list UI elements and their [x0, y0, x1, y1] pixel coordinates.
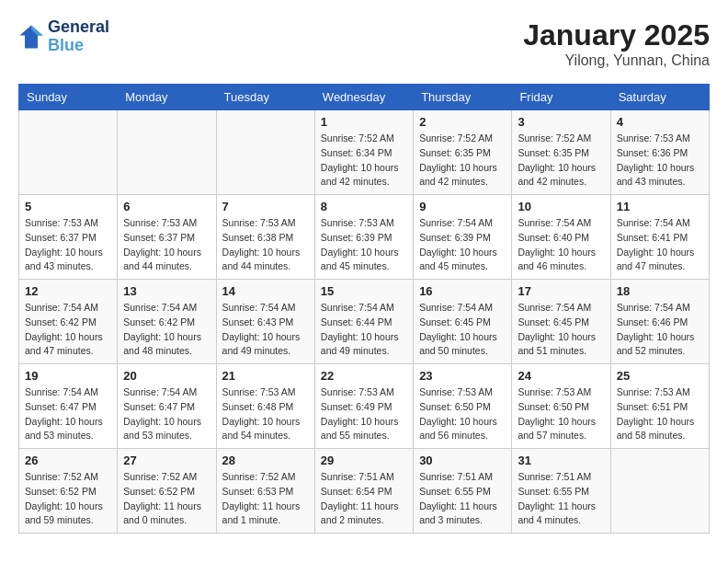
day-info: Sunrise: 7:51 AMSunset: 6:55 PMDaylight:…: [518, 470, 604, 528]
day-header-monday: Monday: [118, 85, 216, 110]
week-row-3: 12Sunrise: 7:54 AMSunset: 6:42 PMDayligh…: [19, 280, 710, 364]
day-header-saturday: Saturday: [610, 85, 709, 110]
calendar-cell: 23Sunrise: 7:53 AMSunset: 6:50 PMDayligh…: [414, 364, 512, 449]
day-number: 2: [419, 115, 506, 129]
day-number: 29: [321, 454, 407, 467]
day-info: Sunrise: 7:54 AMSunset: 6:44 PMDaylight:…: [321, 301, 407, 359]
day-number: 20: [123, 369, 210, 383]
day-info: Sunrise: 7:54 AMSunset: 6:45 PMDaylight:…: [518, 301, 604, 359]
day-number: 19: [25, 369, 111, 383]
calendar-cell: 22Sunrise: 7:53 AMSunset: 6:49 PMDayligh…: [314, 364, 413, 449]
calendar-cell: 29Sunrise: 7:51 AMSunset: 6:54 PMDayligh…: [314, 449, 413, 534]
day-info: Sunrise: 7:53 AMSunset: 6:38 PMDaylight:…: [222, 216, 309, 274]
day-info: Sunrise: 7:53 AMSunset: 6:36 PMDaylight:…: [617, 132, 703, 190]
calendar-cell: [610, 449, 709, 534]
calendar-cell: 13Sunrise: 7:54 AMSunset: 6:42 PMDayligh…: [118, 280, 216, 364]
day-number: 31: [518, 454, 604, 467]
day-number: 14: [222, 284, 309, 298]
day-info: Sunrise: 7:54 AMSunset: 6:42 PMDaylight:…: [25, 301, 111, 359]
calendar-cell: 15Sunrise: 7:54 AMSunset: 6:44 PMDayligh…: [314, 280, 413, 364]
day-number: 27: [123, 454, 210, 467]
title-block: January 2025 Yilong, Yunnan, China: [523, 18, 710, 69]
days-header-row: SundayMondayTuesdayWednesdayThursdayFrid…: [19, 85, 710, 110]
day-info: Sunrise: 7:51 AMSunset: 6:54 PMDaylight:…: [321, 470, 407, 528]
page-header: GeneralBlue January 2025 Yilong, Yunnan,…: [18, 18, 710, 69]
day-number: 12: [25, 284, 111, 298]
day-number: 4: [617, 115, 703, 129]
calendar-subtitle: Yilong, Yunnan, China: [523, 52, 710, 69]
calendar-cell: 31Sunrise: 7:51 AMSunset: 6:55 PMDayligh…: [512, 449, 610, 534]
calendar-cell: 10Sunrise: 7:54 AMSunset: 6:40 PMDayligh…: [512, 195, 610, 280]
calendar-cell: 27Sunrise: 7:52 AMSunset: 6:52 PMDayligh…: [118, 449, 216, 534]
day-header-wednesday: Wednesday: [314, 85, 413, 110]
day-header-thursday: Thursday: [414, 85, 512, 110]
calendar-cell: 30Sunrise: 7:51 AMSunset: 6:55 PMDayligh…: [414, 449, 512, 534]
calendar-cell: [118, 110, 216, 195]
day-header-sunday: Sunday: [19, 85, 118, 110]
day-info: Sunrise: 7:52 AMSunset: 6:53 PMDaylight:…: [222, 470, 309, 528]
week-row-2: 5Sunrise: 7:53 AMSunset: 6:37 PMDaylight…: [19, 195, 710, 280]
day-number: 1: [321, 115, 407, 129]
day-info: Sunrise: 7:52 AMSunset: 6:34 PMDaylight:…: [321, 132, 407, 190]
week-row-1: 1Sunrise: 7:52 AMSunset: 6:34 PMDaylight…: [19, 110, 710, 195]
calendar-title: January 2025: [523, 18, 710, 52]
day-info: Sunrise: 7:54 AMSunset: 6:40 PMDaylight:…: [518, 216, 604, 274]
day-info: Sunrise: 7:54 AMSunset: 6:46 PMDaylight:…: [617, 301, 703, 359]
day-number: 8: [321, 200, 407, 213]
day-number: 10: [518, 200, 604, 213]
day-number: 21: [222, 369, 309, 383]
day-info: Sunrise: 7:53 AMSunset: 6:48 PMDaylight:…: [222, 385, 309, 443]
day-header-friday: Friday: [512, 85, 610, 110]
day-info: Sunrise: 7:54 AMSunset: 6:45 PMDaylight:…: [419, 301, 506, 359]
day-number: 7: [222, 200, 309, 213]
calendar-cell: 14Sunrise: 7:54 AMSunset: 6:43 PMDayligh…: [216, 280, 314, 364]
day-number: 16: [419, 284, 506, 298]
week-row-5: 26Sunrise: 7:52 AMSunset: 6:52 PMDayligh…: [19, 449, 710, 534]
day-number: 23: [419, 369, 506, 383]
day-number: 5: [25, 200, 111, 213]
calendar-cell: 26Sunrise: 7:52 AMSunset: 6:52 PMDayligh…: [19, 449, 118, 534]
day-number: 28: [222, 454, 309, 467]
day-number: 11: [617, 200, 703, 213]
day-info: Sunrise: 7:52 AMSunset: 6:52 PMDaylight:…: [25, 470, 111, 528]
calendar-cell: 3Sunrise: 7:52 AMSunset: 6:35 PMDaylight…: [512, 110, 610, 195]
day-number: 9: [419, 200, 506, 213]
day-number: 17: [518, 284, 604, 298]
day-number: 3: [518, 115, 604, 129]
day-info: Sunrise: 7:52 AMSunset: 6:35 PMDaylight:…: [518, 132, 604, 190]
logo-icon: [18, 24, 44, 50]
day-info: Sunrise: 7:53 AMSunset: 6:50 PMDaylight:…: [419, 385, 506, 443]
day-info: Sunrise: 7:53 AMSunset: 6:50 PMDaylight:…: [518, 385, 604, 443]
calendar-cell: 7Sunrise: 7:53 AMSunset: 6:38 PMDaylight…: [216, 195, 314, 280]
day-info: Sunrise: 7:53 AMSunset: 6:39 PMDaylight:…: [321, 216, 407, 274]
logo: GeneralBlue: [18, 18, 109, 55]
calendar-cell: [216, 110, 314, 195]
day-header-tuesday: Tuesday: [216, 85, 314, 110]
calendar-cell: 8Sunrise: 7:53 AMSunset: 6:39 PMDaylight…: [314, 195, 413, 280]
calendar-cell: [19, 110, 118, 195]
calendar-cell: 9Sunrise: 7:54 AMSunset: 6:39 PMDaylight…: [414, 195, 512, 280]
calendar-cell: 20Sunrise: 7:54 AMSunset: 6:47 PMDayligh…: [118, 364, 216, 449]
day-info: Sunrise: 7:54 AMSunset: 6:42 PMDaylight:…: [123, 301, 210, 359]
day-info: Sunrise: 7:53 AMSunset: 6:51 PMDaylight:…: [617, 385, 703, 443]
calendar-cell: 5Sunrise: 7:53 AMSunset: 6:37 PMDaylight…: [19, 195, 118, 280]
day-info: Sunrise: 7:53 AMSunset: 6:37 PMDaylight:…: [25, 216, 111, 274]
day-number: 30: [419, 454, 506, 467]
calendar-cell: 2Sunrise: 7:52 AMSunset: 6:35 PMDaylight…: [414, 110, 512, 195]
calendar-cell: 17Sunrise: 7:54 AMSunset: 6:45 PMDayligh…: [512, 280, 610, 364]
day-info: Sunrise: 7:53 AMSunset: 6:37 PMDaylight:…: [123, 216, 210, 274]
calendar-cell: 6Sunrise: 7:53 AMSunset: 6:37 PMDaylight…: [118, 195, 216, 280]
day-number: 24: [518, 369, 604, 383]
calendar-cell: 1Sunrise: 7:52 AMSunset: 6:34 PMDaylight…: [314, 110, 413, 195]
day-number: 13: [123, 284, 210, 298]
calendar-cell: 24Sunrise: 7:53 AMSunset: 6:50 PMDayligh…: [512, 364, 610, 449]
calendar-cell: 12Sunrise: 7:54 AMSunset: 6:42 PMDayligh…: [19, 280, 118, 364]
day-info: Sunrise: 7:53 AMSunset: 6:49 PMDaylight:…: [321, 385, 407, 443]
day-number: 15: [321, 284, 407, 298]
calendar-cell: 4Sunrise: 7:53 AMSunset: 6:36 PMDaylight…: [610, 110, 709, 195]
day-info: Sunrise: 7:54 AMSunset: 6:47 PMDaylight:…: [123, 385, 210, 443]
day-info: Sunrise: 7:51 AMSunset: 6:55 PMDaylight:…: [419, 470, 506, 528]
day-number: 6: [123, 200, 210, 213]
logo-text: GeneralBlue: [48, 18, 109, 55]
day-number: 22: [321, 369, 407, 383]
